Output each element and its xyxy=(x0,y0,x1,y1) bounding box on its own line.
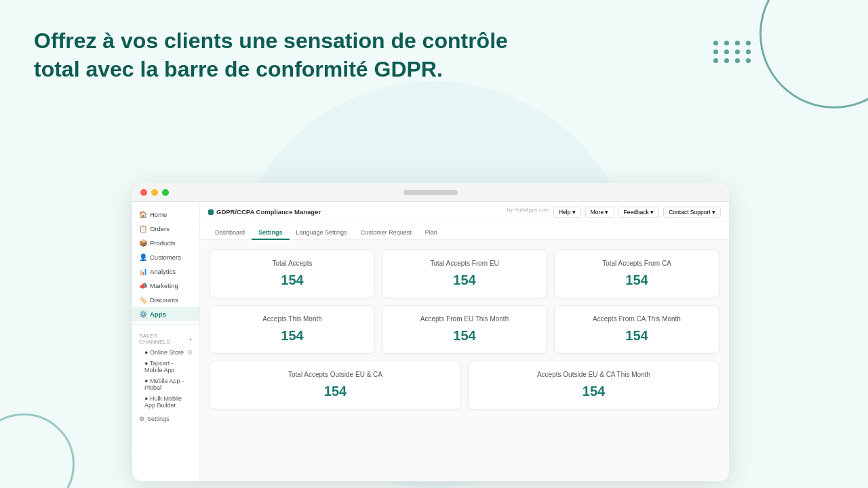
stat-total-accepts-value: 154 xyxy=(217,272,368,288)
sidebar-item-apps-label: Apps xyxy=(150,310,166,318)
sidebar-item-marketing-label: Marketing xyxy=(150,282,178,289)
stats-row-3: Total Accepts Outside EU & CA 154 Accept… xyxy=(210,361,719,409)
stat-total-outside-value: 154 xyxy=(217,384,454,399)
tab-customer-request[interactable]: Customer Request xyxy=(354,226,418,240)
store-icon: ● xyxy=(144,349,148,356)
stat-outside-this-month-label: Accepts Outside EU & CA This Month xyxy=(475,371,712,378)
apps-icon: ⚙️ xyxy=(139,310,147,318)
titlebar-pill xyxy=(403,190,458,195)
sidebar-tapcart[interactable]: ● Tapcart - Mobile App xyxy=(132,358,199,375)
topbar: GDPR/CCPA Compliance Manager by HulkApps… xyxy=(200,202,729,222)
sidebar-item-products[interactable]: 📦 Products xyxy=(132,236,199,250)
stat-accepts-ca-this-month-label: Accepts From CA This Month xyxy=(561,315,712,323)
stat-total-accepts-label: Total Accepts xyxy=(217,260,368,267)
stat-total-accepts-eu-label: Total Accepts From EU xyxy=(389,260,540,267)
minimize-button[interactable] xyxy=(151,189,158,196)
topbar-right: by HulkApps.com Help ▾ More ▾ Feedback ▾… xyxy=(507,207,721,218)
page-heading: Offrez à vos clients une sensation de co… xyxy=(34,27,509,83)
marketing-icon: 📣 xyxy=(139,282,147,289)
sidebar-item-analytics-label: Analytics xyxy=(150,268,176,275)
window-controls xyxy=(140,189,169,196)
stat-total-accepts-eu: Total Accepts From EU 154 xyxy=(382,249,547,298)
by-label: by HulkApps.com xyxy=(507,207,549,218)
stat-accepts-this-month: Accepts This Month 154 xyxy=(210,305,375,354)
tab-language-settings[interactable]: Language Settings xyxy=(290,226,354,240)
stats-area: Total Accepts 154 Total Accepts From EU … xyxy=(200,240,729,481)
sidebar-item-customers-label: Customers xyxy=(150,253,181,261)
decoration-circle-top-right xyxy=(760,0,868,108)
sidebar-plobal[interactable]: ● Mobile App - Plobal xyxy=(132,375,199,393)
stat-total-accepts-ca-value: 154 xyxy=(561,272,712,288)
settings-gear-icon: ⚙ xyxy=(139,415,144,422)
stats-row-1: Total Accepts 154 Total Accepts From EU … xyxy=(210,249,719,298)
stat-accepts-eu-this-month-value: 154 xyxy=(389,328,540,344)
home-icon: 🏠 xyxy=(139,211,147,218)
customers-icon: 👤 xyxy=(139,253,147,261)
more-button[interactable]: More ▾ xyxy=(585,207,614,218)
app-title-dot xyxy=(208,209,214,215)
stat-accepts-ca-this-month: Accepts From CA This Month 154 xyxy=(554,305,719,354)
sidebar-item-apps[interactable]: ⚙️ Apps xyxy=(132,307,199,321)
sales-channels-section: Sales channels + xyxy=(132,327,199,347)
sidebar-item-home-label: Home xyxy=(150,211,167,218)
help-button[interactable]: Help ▾ xyxy=(553,207,581,218)
stat-total-accepts-ca: Total Accepts From CA 154 xyxy=(554,249,719,298)
products-icon: 📦 xyxy=(139,239,147,247)
sidebar-item-marketing[interactable]: 📣 Marketing xyxy=(132,279,199,293)
orders-icon: 📋 xyxy=(139,225,147,232)
decoration-circle-bottom-left xyxy=(0,413,75,488)
plus-icon[interactable]: + xyxy=(189,336,193,343)
app-title: GDPR/CCPA Compliance Manager xyxy=(208,208,321,216)
app-inner: 🏠 Home 📋 Orders 📦 Products 👤 Customers 📊… xyxy=(132,202,729,481)
stat-total-accepts-ca-label: Total Accepts From CA xyxy=(561,260,712,267)
sidebar-item-home[interactable]: 🏠 Home xyxy=(132,207,199,222)
stat-total-accepts: Total Accepts 154 xyxy=(210,249,375,298)
sidebar-item-analytics[interactable]: 📊 Analytics xyxy=(132,264,199,279)
tapcart-icon: ● xyxy=(144,360,148,367)
maximize-button[interactable] xyxy=(162,189,169,196)
plobal-icon: ● xyxy=(144,378,148,384)
stat-total-accepts-eu-value: 154 xyxy=(389,272,540,288)
hulk-icon: ● xyxy=(144,395,148,402)
feedback-button[interactable]: Feedback ▾ xyxy=(618,207,660,218)
close-button[interactable] xyxy=(140,189,147,196)
sidebar-item-orders-label: Orders xyxy=(150,225,170,232)
stat-total-outside: Total Accepts Outside EU & CA 154 xyxy=(210,361,461,409)
tab-settings[interactable]: Settings xyxy=(252,226,290,240)
stats-row-2: Accepts This Month 154 Accepts From EU T… xyxy=(210,305,719,354)
tab-dashboard[interactable]: Dashboard xyxy=(208,226,252,240)
stat-accepts-eu-this-month-label: Accepts From EU This Month xyxy=(389,315,540,323)
sidebar-settings[interactable]: ⚙ Settings xyxy=(132,412,200,426)
stat-accepts-this-month-label: Accepts This Month xyxy=(217,315,368,323)
discounts-icon: 🏷️ xyxy=(139,296,147,304)
sidebar-item-customers[interactable]: 👤 Customers xyxy=(132,250,199,264)
sidebar-hulk[interactable]: ● Hulk Mobile App Builder xyxy=(132,393,199,411)
sidebar-item-orders[interactable]: 📋 Orders xyxy=(132,222,199,236)
window-titlebar xyxy=(132,183,729,202)
sidebar-divider xyxy=(132,324,199,325)
settings-icon[interactable]: ⚙ xyxy=(187,349,193,356)
stat-accepts-eu-this-month: Accepts From EU This Month 154 xyxy=(382,305,547,354)
nav-tabs: Dashboard Settings Language Settings Cus… xyxy=(200,222,729,240)
stat-outside-this-month-value: 154 xyxy=(475,384,712,399)
sidebar-item-discounts[interactable]: 🏷️ Discounts xyxy=(132,293,199,307)
stat-outside-this-month: Accepts Outside EU & CA This Month 154 xyxy=(468,361,719,409)
sidebar-item-discounts-label: Discounts xyxy=(150,296,178,304)
analytics-icon: 📊 xyxy=(139,268,147,275)
tab-plan[interactable]: Plan xyxy=(418,226,444,240)
sidebar-online-store[interactable]: ● Online Store ⚙ xyxy=(132,347,199,358)
sidebar: 🏠 Home 📋 Orders 📦 Products 👤 Customers 📊… xyxy=(132,202,200,481)
stat-total-outside-label: Total Accepts Outside EU & CA xyxy=(217,371,454,378)
decoration-dots xyxy=(713,41,753,63)
stat-accepts-this-month-value: 154 xyxy=(217,328,368,344)
contact-support-button[interactable]: Contact Support ▾ xyxy=(663,207,721,218)
main-content: GDPR/CCPA Compliance Manager by HulkApps… xyxy=(200,202,729,481)
stat-accepts-ca-this-month-value: 154 xyxy=(561,328,712,344)
sidebar-item-products-label: Products xyxy=(150,239,176,247)
app-window: 🏠 Home 📋 Orders 📦 Products 👤 Customers 📊… xyxy=(132,183,729,481)
